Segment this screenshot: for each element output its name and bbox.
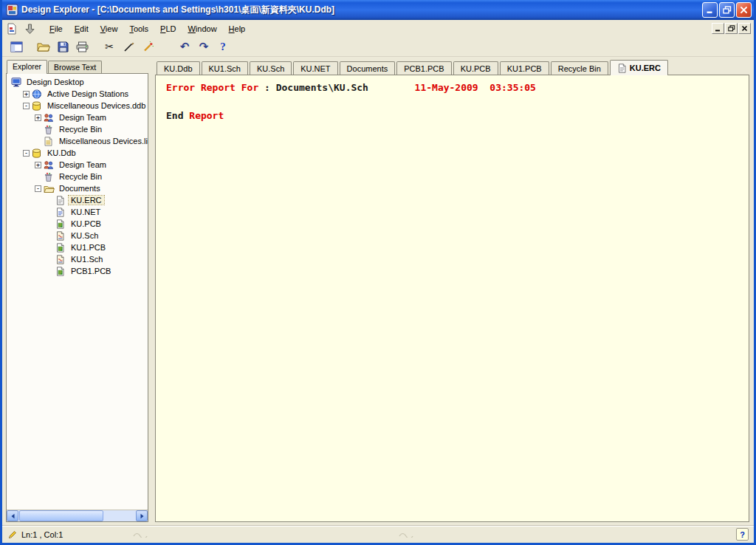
- recycle-icon: [44, 125, 55, 134]
- tree-item-label[interactable]: Miscellaneous Devices.lib: [57, 137, 148, 145]
- tree-item-miscellaneous-devices-lib[interactable]: Miscellaneous Devices.lib: [7, 135, 148, 147]
- document-tab-recycle-bin[interactable]: Recycle Bin: [551, 61, 608, 75]
- tree-item-label[interactable]: KU.ERC: [69, 196, 104, 205]
- doc-pcb-icon: [55, 219, 66, 229]
- tree-item-label[interactable]: KU1.Sch: [69, 255, 105, 264]
- open-button[interactable]: [34, 38, 53, 55]
- scroll-right-icon: [140, 513, 145, 519]
- library-icon: [44, 137, 55, 146]
- redo-icon: ↷: [199, 41, 209, 52]
- tree-item-label[interactable]: Recycle Bin: [57, 125, 104, 134]
- document-tab-ku1-pcb[interactable]: KU1.PCB: [500, 61, 549, 75]
- menu-help[interactable]: Help: [223, 22, 252, 35]
- tree-item-label[interactable]: KU.NET: [69, 208, 103, 216]
- cut-button[interactable]: ✂: [100, 38, 119, 55]
- menu-edit[interactable]: Edit: [69, 22, 94, 35]
- expand-icon[interactable]: +: [35, 162, 41, 168]
- document-tab-ku-net[interactable]: KU.NET: [293, 61, 337, 75]
- redo-button[interactable]: ↷: [194, 38, 213, 55]
- wand-button[interactable]: [138, 38, 157, 55]
- scroll-left-button[interactable]: [7, 510, 18, 521]
- scroll-right-button[interactable]: [136, 510, 148, 521]
- document-tab-ku-ddb[interactable]: KU.Ddb: [157, 61, 200, 75]
- sidebar-tab-browse-text[interactable]: Browse Text: [48, 61, 102, 73]
- menu-window[interactable]: Window: [182, 22, 222, 35]
- help-button[interactable]: ?: [213, 38, 233, 55]
- menu-file[interactable]: File: [44, 22, 69, 35]
- tree-item-label[interactable]: KU.Sch: [69, 231, 100, 240]
- document-tab-label: KU.ERC: [630, 64, 661, 72]
- tree-item-label[interactable]: KU1.PCB: [69, 243, 108, 252]
- tree-item-design-team[interactable]: +Design Team: [7, 112, 148, 123]
- tree-item-documents[interactable]: -Documents: [7, 182, 148, 194]
- tree-item-ku-net[interactable]: KU.NET: [7, 206, 148, 218]
- document-system-menu-icon[interactable]: [5, 22, 18, 35]
- tree-indent-spacer: [47, 221, 53, 227]
- tree-item-label[interactable]: Design Desktop: [24, 78, 86, 86]
- expand-icon[interactable]: +: [23, 91, 30, 97]
- document-tab-ku-erc[interactable]: KU.ERC: [610, 60, 668, 75]
- tree-item-recycle-bin[interactable]: Recycle Bin: [7, 123, 148, 135]
- undo-button[interactable]: ↶: [175, 38, 194, 55]
- tree-item-ku-ddb[interactable]: -KU.Ddb: [7, 147, 148, 159]
- menu-view[interactable]: View: [94, 22, 124, 35]
- tree-item-label[interactable]: PCB1.PCB: [69, 267, 113, 275]
- tree-item-recycle-bin[interactable]: Recycle Bin: [7, 171, 148, 182]
- tree-item-label[interactable]: Documents: [57, 184, 103, 193]
- horizontal-scrollbar[interactable]: [7, 510, 148, 521]
- tree-item-miscellaneous-devices-ddb[interactable]: -Miscellaneous Devices.ddb: [7, 100, 148, 112]
- document-tab-label: KU.Sch: [257, 64, 284, 73]
- report-text-segment: 11-May-2009 03:35:05: [415, 82, 536, 93]
- down-arrow-icon[interactable]: [23, 22, 36, 35]
- tree-item-active-design-stations[interactable]: +Active Design Stations: [7, 88, 148, 100]
- report-line: Error Report For : Documents\KU.Sch 11-M…: [166, 80, 738, 95]
- tree-item-ku1-pcb[interactable]: KU1.PCB: [7, 241, 148, 253]
- child-restore-icon: [728, 25, 735, 32]
- text-editor[interactable]: Error Report For : Documents\KU.Sch 11-M…: [155, 75, 749, 522]
- stations-icon: [32, 89, 43, 99]
- tree-item-label[interactable]: KU.PCB: [69, 219, 103, 228]
- tree-item-pcb1-pcb[interactable]: PCB1.PCB: [7, 265, 148, 277]
- tree-item-label[interactable]: KU.Ddb: [45, 148, 78, 157]
- document-tab-ku-pcb[interactable]: KU.PCB: [453, 61, 498, 75]
- tree-item-label[interactable]: Recycle Bin: [57, 172, 104, 181]
- print-button[interactable]: [72, 38, 92, 55]
- sidebar-tab-explorer[interactable]: Explorer: [7, 60, 47, 74]
- save-button[interactable]: [53, 38, 72, 55]
- tree-item-label[interactable]: Design Team: [57, 160, 109, 169]
- document-tab-ku-sch[interactable]: KU.Sch: [250, 61, 292, 75]
- menu-pld[interactable]: PLD: [154, 22, 182, 35]
- collapse-icon[interactable]: -: [23, 103, 30, 109]
- scrollbar-thumb[interactable]: [19, 510, 103, 521]
- document-tab-documents[interactable]: Documents: [340, 61, 396, 75]
- document-tab-pcb1-pcb[interactable]: PCB1.PCB: [396, 61, 451, 75]
- tree-item-label[interactable]: Active Design Stations: [45, 89, 131, 98]
- status-help-button[interactable]: ?: [736, 528, 749, 541]
- collapse-icon[interactable]: -: [35, 185, 41, 192]
- close-button[interactable]: [736, 2, 752, 18]
- menu-tools[interactable]: Tools: [123, 22, 154, 35]
- tree-item-ku-sch[interactable]: KU.Sch: [7, 230, 148, 241]
- folder-icon: [44, 184, 55, 193]
- expand-icon[interactable]: +: [35, 114, 41, 121]
- collapse-icon[interactable]: -: [23, 150, 30, 157]
- restore-button[interactable]: [719, 2, 735, 18]
- database-icon: [32, 148, 43, 158]
- tree-item-design-team[interactable]: +Design Team: [7, 159, 148, 171]
- minimize-button[interactable]: [702, 2, 718, 18]
- tree-item-ku-pcb[interactable]: KU.PCB: [7, 218, 148, 230]
- tree-item-ku1-sch[interactable]: KU1.Sch: [7, 253, 148, 265]
- child-close-button[interactable]: [738, 23, 751, 34]
- titlebar: Design Explorer - [C:\Documents and Sett…: [2, 0, 754, 20]
- explorer-panel-button[interactable]: [7, 38, 26, 55]
- tree-item-label[interactable]: Miscellaneous Devices.ddb: [45, 101, 148, 110]
- tree-item-label[interactable]: Design Team: [57, 113, 109, 122]
- scrollbar-track[interactable]: [18, 510, 136, 521]
- document-tab-ku1-sch[interactable]: KU1.Sch: [202, 61, 248, 75]
- tree-item-ku-erc[interactable]: KU.ERC: [7, 194, 148, 206]
- child-restore-button[interactable]: [725, 23, 738, 34]
- tree-item-design-desktop[interactable]: Design Desktop: [7, 76, 148, 88]
- child-minimize-button[interactable]: [712, 23, 724, 34]
- pen-button[interactable]: [119, 38, 138, 55]
- doc-pcb-icon: [55, 267, 66, 276]
